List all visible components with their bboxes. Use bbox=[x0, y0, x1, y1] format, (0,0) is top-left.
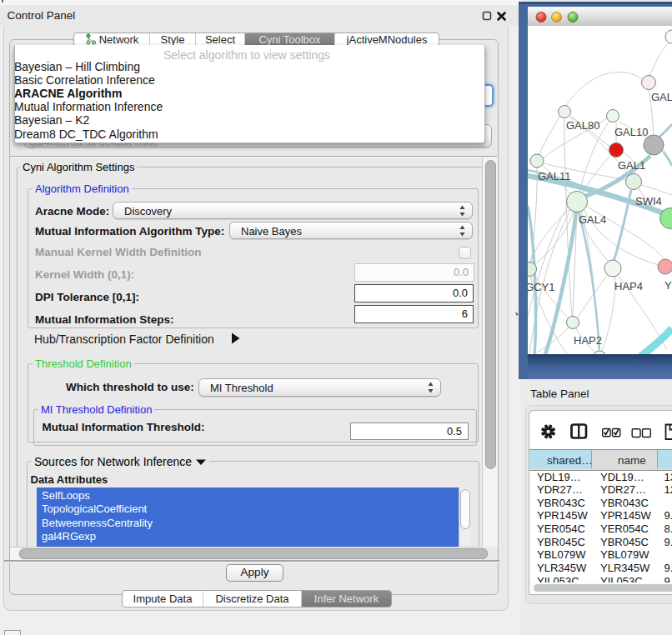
svg-text:GAL80: GAL80 bbox=[566, 119, 599, 132]
svg-text:GAL1: GAL1 bbox=[618, 159, 645, 172]
svg-text:Y: Y bbox=[664, 279, 672, 292]
svg-text:HAP4: HAP4 bbox=[614, 280, 643, 292]
svg-text:GAL10: GAL10 bbox=[614, 126, 648, 138]
svg-text:GAL11: GAL11 bbox=[538, 170, 571, 182]
svg-text:SWI4: SWI4 bbox=[635, 195, 662, 208]
svg-text:GCY1: GCY1 bbox=[528, 281, 554, 293]
svg-text:GAL4: GAL4 bbox=[579, 213, 606, 226]
svg-text:GAL7: GAL7 bbox=[651, 91, 672, 103]
svg-text:HAP2: HAP2 bbox=[574, 334, 602, 347]
